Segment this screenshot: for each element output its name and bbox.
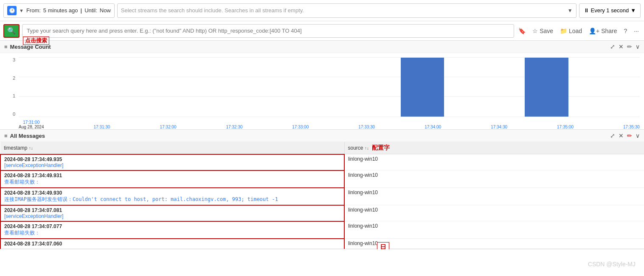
refresh-label: Every 1 second bbox=[591, 7, 629, 14]
bar-5 bbox=[329, 57, 391, 117]
share-icon[interactable]: 👤+ Share bbox=[587, 27, 619, 35]
table-row: 2024-08-28 17:34:07.077 查看邮箱失败： linlong-… bbox=[0, 221, 644, 239]
bar-1 bbox=[81, 57, 143, 117]
source-4: linlong-win10 bbox=[344, 205, 644, 221]
ts-cell-6: 2024-08-28 17:34:07.060 bbox=[0, 239, 344, 249]
y-label-0: 0 bbox=[13, 112, 15, 117]
chart-icons: ⤢ ✕ ✏ ∨ bbox=[610, 43, 640, 50]
x-time-9: 17:35:30 bbox=[623, 125, 640, 129]
expand-icon[interactable]: ⤢ bbox=[610, 43, 615, 50]
folder-icon[interactable]: 📁 Load bbox=[558, 27, 584, 35]
x-label-2: 17:32:00 bbox=[160, 117, 176, 129]
x-time-0: 17:31:00 bbox=[23, 120, 39, 125]
messages-header: ≡ All Messages ⤢ ✕ ✏ ∨ bbox=[0, 130, 644, 142]
bookmark-icon[interactable]: 🔖 bbox=[517, 27, 527, 35]
hamburger-icon: ≡ bbox=[4, 44, 8, 50]
x-time-7: 17:34:30 bbox=[491, 125, 507, 129]
timestamp-5: 2024-08-28 17:34:07.077 bbox=[4, 223, 340, 229]
share-label: Share bbox=[601, 28, 617, 34]
search-input[interactable] bbox=[22, 24, 514, 38]
x-time-6: 17:34:00 bbox=[425, 125, 441, 129]
x-date-0: Aug 28, 2024 bbox=[19, 125, 44, 129]
chart-body bbox=[19, 57, 640, 117]
x-time-2: 17:32:00 bbox=[160, 125, 176, 129]
log-text-2[interactable]: 查看邮箱失败： bbox=[4, 178, 340, 186]
timestamp-col-label: timestamp bbox=[4, 145, 27, 151]
save-label: Save bbox=[540, 28, 553, 34]
until-label: Until: bbox=[84, 7, 97, 14]
x-time-8: 17:35:00 bbox=[557, 125, 574, 129]
table-row: 2024-08-28 17:34:49.931 查看邮箱失败： linlong-… bbox=[0, 170, 644, 188]
log-link-1[interactable]: [serviceExceptionHandler] bbox=[4, 162, 340, 168]
timestamp-sort-icon: ↑↓ bbox=[29, 146, 33, 151]
x-label-3: 17:32:30 bbox=[226, 117, 242, 129]
time-range-picker[interactable]: 🕐 ▼ From: 5 minutes ago | Until: Now bbox=[3, 3, 115, 18]
x-label-7: 17:34:30 bbox=[491, 117, 507, 129]
ts-cell-3: 2024-08-28 17:34:49.930 连接IMAP服务器时发生错误：C… bbox=[0, 188, 344, 205]
star-icon[interactable]: ☆ Save bbox=[531, 27, 555, 35]
hamburger-icon-msg: ≡ bbox=[4, 133, 8, 139]
ts-cell-5: 2024-08-28 17:34:07.077 查看邮箱失败： bbox=[0, 221, 344, 239]
search-button[interactable]: 🔍 bbox=[3, 24, 20, 38]
chevron-down-msg-icon[interactable]: ∨ bbox=[636, 132, 640, 139]
log-mono-3: 连接IMAP服务器时发生错误：Couldn't connect to host,… bbox=[4, 196, 340, 203]
top-bar: 🕐 ▼ From: 5 minutes ago | Until: Now Sel… bbox=[0, 0, 644, 21]
stream-caret-icon: ▼ bbox=[568, 8, 573, 14]
bar-0 bbox=[19, 57, 81, 117]
timestamp-2: 2024-08-28 17:34:49.931 bbox=[4, 173, 340, 178]
ts-cell-1: 2024-08-28 17:34:49.935 [serviceExceptio… bbox=[0, 154, 344, 170]
stream-select[interactable]: Select streams the search should include… bbox=[117, 3, 577, 18]
ts-cell-2: 2024-08-28 17:34:49.931 查看邮箱失败： bbox=[0, 170, 344, 188]
until-value: Now bbox=[100, 7, 111, 14]
bar-2 bbox=[143, 57, 205, 117]
x-time-1: 17:31:30 bbox=[94, 125, 110, 129]
config-annotation: 配置字 bbox=[372, 144, 390, 151]
source-5: linlong-win10 bbox=[344, 221, 644, 239]
bars-container bbox=[19, 57, 640, 117]
x-label-1: 17:31:30 bbox=[94, 117, 110, 129]
y-axis: 3 2 1 0 bbox=[4, 57, 17, 117]
close-chart-icon[interactable]: ✕ bbox=[619, 43, 624, 50]
source-2: linlong-win10 bbox=[344, 170, 644, 188]
x-label-4: 17:33:00 bbox=[292, 117, 309, 129]
messages-title: ≡ All Messages bbox=[4, 133, 45, 139]
x-time-3: 17:32:30 bbox=[226, 125, 242, 129]
pause-icon: ⏸ bbox=[584, 7, 589, 14]
source-sort-icon: ↑↓ bbox=[365, 146, 369, 151]
log-text-5[interactable]: 查看邮箱失败： bbox=[4, 229, 340, 237]
th-source[interactable]: source ↑↓ 配置字 bbox=[344, 142, 644, 154]
source-3: linlong-win10 bbox=[344, 188, 644, 205]
from-value: 5 minutes ago bbox=[43, 7, 78, 14]
th-timestamp[interactable]: timestamp ↑↓ bbox=[0, 142, 344, 154]
timestamp-3: 2024-08-28 17:34:49.930 bbox=[4, 190, 340, 196]
x-axis-labels: 17:31:00 Aug 28, 2024 17:31:30 17:32:00 … bbox=[19, 117, 640, 129]
messages-icons: ⤢ ✕ ✏ ∨ bbox=[610, 132, 640, 139]
x-time-5: 17:33:30 bbox=[358, 125, 375, 129]
expand-msg-icon[interactable]: ⤢ bbox=[610, 132, 615, 139]
log-link-4[interactable]: [serviceExceptionHandler] bbox=[4, 213, 340, 219]
x-time-4: 17:33:00 bbox=[292, 125, 309, 129]
source-1: linlong-win10 bbox=[344, 154, 644, 170]
click-search-annotation: 点击搜索 bbox=[23, 36, 49, 45]
timestamp-4: 2024-08-28 17:34:07.081 bbox=[4, 207, 340, 213]
edit-msg-icon[interactable]: ✏ bbox=[627, 132, 632, 139]
refresh-caret-icon: ▼ bbox=[630, 7, 636, 14]
search-toolbar-right: 🔖 ☆ Save 📁 Load 👤+ Share ? ··· bbox=[517, 27, 641, 35]
ts-cell-4: 2024-08-28 17:34:07.081 [serviceExceptio… bbox=[0, 205, 344, 221]
messages-title-text: All Messages bbox=[10, 133, 45, 139]
x-label-6: 17:34:00 bbox=[425, 117, 441, 129]
x-label-9: 17:35:30 bbox=[623, 117, 640, 129]
help-icon[interactable]: ? bbox=[622, 27, 629, 35]
close-msg-icon[interactable]: ✕ bbox=[619, 132, 624, 139]
table-row: 2024-08-28 17:34:49.935 [serviceExceptio… bbox=[0, 154, 644, 170]
table-row: 2024-08-28 17:34:49.930 连接IMAP服务器时发生错误：C… bbox=[0, 188, 644, 205]
edit-chart-icon[interactable]: ✏ bbox=[627, 43, 632, 50]
time-caret-btn[interactable]: ▼ bbox=[19, 8, 24, 13]
refresh-button[interactable]: ⏸ Every 1 second ▼ bbox=[579, 3, 641, 18]
source-col-label: source bbox=[348, 145, 363, 151]
more-icon[interactable]: ··· bbox=[632, 27, 641, 35]
grid-line-bottom bbox=[19, 117, 640, 117]
chart-section: ≡ Message Count ⤢ ✕ ✏ ∨ 3 2 1 0 bbox=[0, 41, 644, 130]
bar-4 bbox=[267, 57, 329, 117]
chevron-down-chart-icon[interactable]: ∨ bbox=[636, 43, 640, 50]
